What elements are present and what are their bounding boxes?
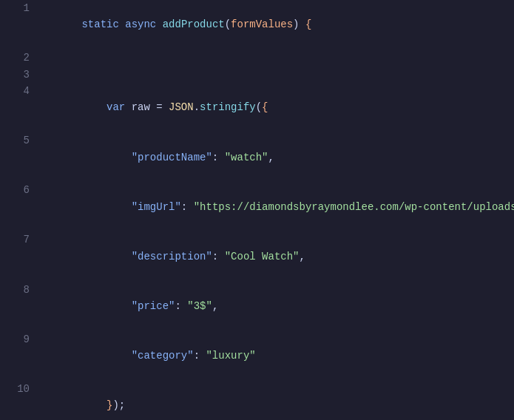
line-num-1: 1 xyxy=(7,0,30,16)
line-content-10: }); xyxy=(44,381,514,420)
line-num-9: 9 xyxy=(7,331,30,348)
code-line-10: 10 }); xyxy=(0,381,514,420)
line-content-9: "category": "luxury" xyxy=(44,331,514,381)
line-num-2: 2 xyxy=(7,50,30,66)
line-content-2 xyxy=(44,50,514,66)
code-line-9: 9 "category": "luxury" xyxy=(0,331,514,381)
line-content-5: "productName": "watch", xyxy=(44,132,514,182)
line-content-4: var raw = JSON.stringify({ xyxy=(44,83,514,132)
line-content-3 xyxy=(44,67,514,83)
code-line-6: 6 "imgUrl": "https://diamondsbyraymondle… xyxy=(0,182,514,231)
line-num-6: 6 xyxy=(7,182,30,198)
code-editor: 1 static async addProduct(formValues) { … xyxy=(0,0,514,420)
code-line-8: 8 "price": "3$", xyxy=(0,282,514,331)
line-num-3: 3 xyxy=(7,67,30,83)
code-line-4: 4 var raw = JSON.stringify({ xyxy=(0,83,514,132)
code-line-1: 1 static async addProduct(formValues) { xyxy=(0,0,514,50)
line-content-8: "price": "3$", xyxy=(44,282,514,331)
code-line-3: 3 xyxy=(0,67,514,83)
code-line-7: 7 "description": "Cool Watch", xyxy=(0,231,514,281)
line-num-8: 8 xyxy=(7,282,30,298)
line-content-7: "description": "Cool Watch", xyxy=(44,231,514,281)
line-num-10: 10 xyxy=(7,381,30,397)
line-content-1: static async addProduct(formValues) { xyxy=(44,0,514,50)
code-line-2: 2 xyxy=(0,50,514,66)
line-num-5: 5 xyxy=(7,132,30,149)
code-line-5: 5 "productName": "watch", xyxy=(0,132,514,182)
line-content-6: "imgUrl": "https://diamondsbyraymondlee.… xyxy=(44,182,514,231)
line-num-4: 4 xyxy=(7,83,30,99)
line-num-7: 7 xyxy=(7,231,30,248)
